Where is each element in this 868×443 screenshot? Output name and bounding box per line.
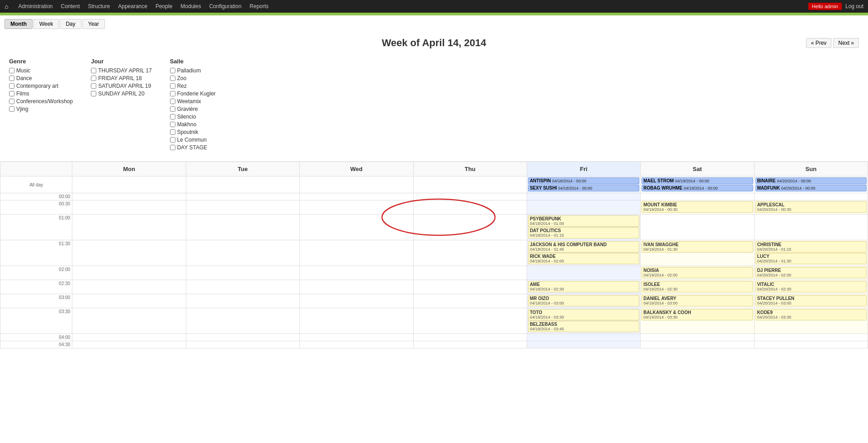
tab-year[interactable]: Year [82,19,105,29]
filter-saturday-checkbox[interactable] [91,83,96,89]
tab-month[interactable]: Month [5,19,33,29]
tab-day[interactable]: Day [60,19,81,29]
event-staceypullen-time: 04/20/2014 - 03:00 [757,301,865,305]
event-belzebass[interactable]: BELZEBASS 04/18/2014 - 03:45 [528,321,639,332]
day-header-sun: Sun [754,162,868,176]
event-kode9[interactable]: KODE9 04/20/2014 - 03:30 [755,309,867,320]
view-tabs-container: Month Week Day Year [0,15,868,33]
event-madfunk-name: MADFUNK [757,186,780,191]
calendar-container: Mon Tue Wed Thu Fri Sat Sun All day ANTI… [0,162,868,348]
event-lucy[interactable]: LUCY 04/20/2014 - 01:30 [755,253,867,264]
event-antispin[interactable]: ANTISPIN 04/18/2014 - 00:00 [528,177,639,184]
cell-sun-0330: KODE9 04/20/2014 - 03:30 [754,308,868,334]
event-mroizo[interactable]: MR OIZO 04/18/2014 - 03:00 [528,295,639,306]
home-icon[interactable]: ⌂ [5,3,8,10]
time-row-0130: 01:30 JACKSON & HIS COMPUTER BAND 04/18/… [0,240,868,266]
nav-configuration[interactable]: Configuration [209,3,241,10]
filter-weetamix-checkbox[interactable] [170,99,175,104]
event-madfunk[interactable]: MADFUNK 04/20/2014 - 00:00 [755,185,867,191]
cell-sun-0230: VITALIC 04/20/2014 - 02:30 [754,280,868,294]
event-ame[interactable]: AME 04/18/2014 - 02:30 [528,281,639,292]
cell-sat-0300: DANIEL AVERY 04/19/2014 - 03:00 [641,294,754,308]
event-toto[interactable]: TOTO 04/18/2014 - 03:30 [528,309,639,320]
cell-tue-0430 [186,341,299,348]
filter-spoutnik-checkbox[interactable] [170,129,175,135]
day-header-sat: Sat [641,162,754,176]
event-robagwruhme[interactable]: ROBAG WRUHME 04/19/2014 - 00:00 [642,185,753,191]
event-kode9-name: KODE9 [757,310,865,315]
filter-zoo-checkbox[interactable] [170,76,175,81]
event-belzebass-time: 04/18/2014 - 03:45 [530,327,637,331]
cell-sun-0130: CHRISTINE 04/20/2014 - 01:15 LUCY 04/20/… [754,240,868,266]
event-ivansmagghe[interactable]: IVAN SMAGGHE 04/19/2014 - 01:30 [642,241,753,252]
nav-structure[interactable]: Structure [88,3,110,10]
time-0000: 00:00 [0,193,72,200]
cell-mon-0300 [72,294,186,308]
event-jackson-name: JACKSON & HIS COMPUTER BAND [530,242,637,247]
event-applescal[interactable]: APPLESCAL 04/20/2014 - 00:30 [755,201,867,213]
event-sexysushi[interactable]: SEXY SUSHI 04/18/2014 - 00:00 [528,185,639,191]
filter-friday-checkbox[interactable] [91,76,96,81]
nav-appearance[interactable]: Appearance [118,3,147,10]
filter-conferences-checkbox[interactable] [9,99,14,104]
filter-graviere-checkbox[interactable] [170,106,175,112]
cell-wed-0400 [300,334,413,341]
nav-content[interactable]: Content [61,3,80,10]
event-isolee-name: ISOLEE [643,282,751,287]
filter-dance-checkbox[interactable] [9,76,14,81]
filter-music-checkbox[interactable] [9,68,14,73]
cell-tue-0200 [186,266,299,280]
prev-button[interactable]: « Prev [806,38,832,48]
filter-palladium-checkbox[interactable] [170,68,175,73]
filter-rez-checkbox[interactable] [170,83,175,89]
event-vitalic[interactable]: VITALIC 04/20/2014 - 02:30 [755,281,867,292]
filter-fonderie-checkbox[interactable] [170,91,175,96]
filter-rez-label: Rez [177,83,187,89]
filter-lecommun-checkbox[interactable] [170,137,175,143]
event-mountkimbie-name: MOUNT KIMBIE [643,202,751,207]
event-danielavery[interactable]: DANIEL AVERY 04/19/2014 - 03:00 [642,295,753,306]
time-row-0000: 00:00 [0,193,868,200]
logout-button[interactable]: Log out [845,3,863,10]
event-isolee[interactable]: ISOLEE 04/19/2014 - 02:30 [642,281,753,292]
cell-sat-0400 [641,334,754,341]
event-binaire[interactable]: BINAIRE 04/20/2014 - 00:00 [755,177,867,184]
filter-films-checkbox[interactable] [9,91,14,96]
filter-thursday-checkbox[interactable] [91,68,96,73]
event-antispin-time: 04/18/2014 - 00:00 [552,179,586,183]
nav-people[interactable]: People [156,3,172,10]
top-navigation: ⌂ Administration Content Structure Appea… [0,0,868,13]
event-psyberpunk[interactable]: PSYBERPUNK 04/18/2014 - 01:00 [528,215,639,227]
filter-makhno-checkbox[interactable] [170,122,175,127]
event-djpierre-time: 04/20/2014 - 02:00 [757,273,865,277]
time-0300: 03:00 [0,294,72,308]
filter-contemporary-checkbox[interactable] [9,83,14,89]
event-maelstrom[interactable]: MAEL STROM 04/19/2014 - 00:00 [642,177,753,184]
nav-modules[interactable]: Modules [180,3,201,10]
nav-administration[interactable]: Administration [18,3,52,10]
event-staceypullen[interactable]: STACEY PULLEN 04/20/2014 - 03:00 [755,295,867,306]
event-ame-name: AME [530,282,637,287]
cell-mon-0100 [72,214,186,240]
event-djpierre[interactable]: DJ PIERRE 04/20/2014 - 02:00 [755,267,867,278]
event-christine[interactable]: CHRISTINE 04/20/2014 - 01:15 [755,241,867,252]
event-mountkimbie[interactable]: MOUNT KIMBIE 04/19/2014 - 00:30 [642,201,753,213]
next-button[interactable]: Next » [833,38,859,48]
event-datpolitics[interactable]: DAT POLITICS 04/18/2014 - 01:15 [528,227,639,238]
event-balkansky[interactable]: BALKANSKY & COOH 04/19/2014 - 03:30 [642,309,753,320]
filter-vjing-checkbox[interactable] [9,106,14,112]
nav-reports[interactable]: Reports [250,3,269,10]
event-ivansmagghe-name: IVAN SMAGGHE [643,242,751,247]
filter-silencio-checkbox[interactable] [170,114,175,119]
filter-daystage-checkbox[interactable] [170,145,175,150]
cell-mon-0200 [72,266,186,280]
cell-mon-0230 [72,280,186,294]
nav-buttons: « Prev Next » [806,38,859,48]
event-noisia[interactable]: NOISIA 04/19/2014 - 02:00 [642,267,753,278]
filter-sunday-checkbox[interactable] [91,91,96,96]
event-jackson[interactable]: JACKSON & HIS COMPUTER BAND 04/18/2014 -… [528,241,639,252]
tab-week[interactable]: Week [33,19,59,29]
event-rickwade-time: 04/18/2014 - 02:00 [530,259,637,263]
event-rickwade[interactable]: RICK WADE 04/18/2014 - 02:00 [528,253,639,264]
event-applescal-time: 04/20/2014 - 00:30 [757,207,865,212]
